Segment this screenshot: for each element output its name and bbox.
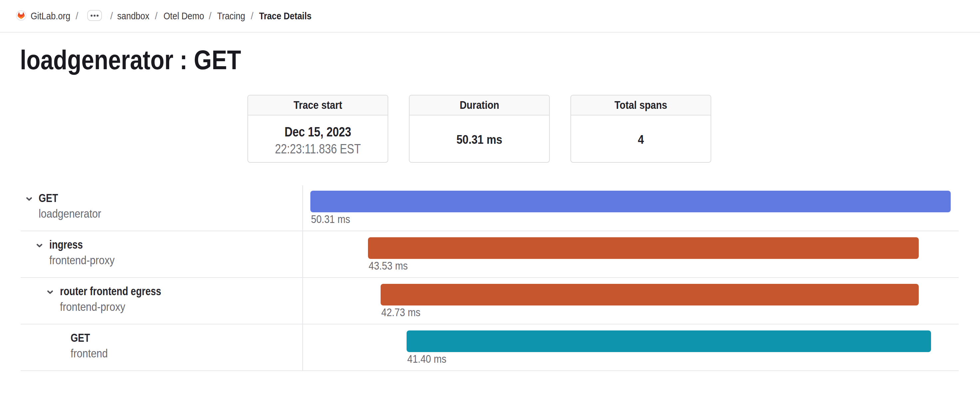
card-body: Dec 15, 2023 22:23:11.836 EST	[248, 116, 388, 163]
breadcrumb-group-link[interactable]: GitLab.org	[31, 10, 70, 22]
breadcrumb-bar: GitLab.org / / sandbox / Otel Demo / Tra…	[0, 0, 980, 33]
span-duration-label: 43.53 ms	[369, 259, 407, 272]
trace-start-card: Trace start Dec 15, 2023 22:23:11.836 ES…	[247, 95, 388, 163]
span-service: frontend	[71, 346, 108, 361]
span-duration-bar[interactable]	[380, 284, 919, 306]
gitlab-logo-avatar[interactable]	[16, 10, 26, 21]
span-operation: ingress	[49, 236, 110, 252]
span-meta: GET loadgenerator	[39, 190, 111, 221]
span-service: loadgenerator	[39, 206, 101, 221]
ellipsis-dot	[94, 15, 95, 17]
chevron-down-icon[interactable]	[47, 290, 53, 294]
breadcrumb-separator: /	[155, 10, 158, 22]
card-body: 50.31 ms	[410, 116, 549, 163]
trace-start-time: 22:23:11.836 EST	[263, 141, 373, 157]
span-waterfall: GET loadgenerator 50.31 ms ingress front…	[21, 185, 959, 371]
breadcrumb-item-trace-details: Trace Details	[259, 10, 311, 22]
card-header: Total spans	[571, 95, 711, 116]
card-header: Duration	[410, 95, 549, 116]
chevron-down-icon[interactable]	[26, 197, 32, 201]
breadcrumb-item-otel-demo[interactable]: Otel Demo	[164, 10, 204, 22]
span-operation: GET	[71, 330, 105, 346]
span-row[interactable]: ingress frontend-proxy 43.53 ms	[21, 231, 959, 278]
card-header-label: Duration	[460, 99, 499, 111]
page-title: loadgenerator : GET	[20, 44, 241, 76]
total-spans-card: Total spans 4	[570, 95, 711, 163]
span-service: frontend-proxy	[60, 299, 169, 314]
span-operation: router frontend egress	[60, 283, 161, 299]
span-meta: ingress frontend-proxy	[49, 236, 124, 268]
gitlab-tanuki-icon	[18, 12, 25, 19]
breadcrumb-item-tracing[interactable]: Tracing	[217, 10, 245, 22]
span-duration-bar[interactable]	[310, 191, 951, 212]
trace-summary-cards: Trace start Dec 15, 2023 22:23:11.836 ES…	[247, 95, 711, 163]
span-meta: GET frontend	[71, 330, 113, 361]
card-header: Trace start	[248, 95, 388, 116]
span-operation: GET	[39, 190, 97, 206]
span-service: frontend-proxy	[49, 252, 115, 268]
span-row[interactable]: GET loadgenerator 50.31 ms	[21, 185, 959, 231]
ellipsis-dot	[91, 15, 92, 17]
chevron-down-icon[interactable]	[37, 244, 42, 247]
span-duration-label: 50.31 ms	[311, 212, 350, 225]
card-body: 4	[571, 116, 711, 163]
span-duration-bar[interactable]	[368, 237, 919, 259]
span-row[interactable]: router frontend egress frontend-proxy 42…	[21, 278, 959, 324]
span-duration-label: 42.73 ms	[381, 306, 420, 319]
card-header-label: Trace start	[293, 99, 342, 111]
breadcrumb-separator: /	[110, 10, 113, 22]
span-duration-bar[interactable]	[407, 330, 931, 352]
breadcrumb-separator: /	[251, 10, 253, 22]
total-spans-value: 4	[578, 132, 704, 147]
breadcrumb-item-sandbox[interactable]: sandbox	[117, 10, 149, 22]
ellipsis-dot	[97, 15, 99, 17]
duration-card: Duration 50.31 ms	[409, 95, 550, 163]
card-header-label: Total spans	[614, 99, 667, 111]
span-duration-label: 41.40 ms	[407, 352, 446, 365]
trace-start-date: Dec 15, 2023	[261, 124, 375, 140]
breadcrumb-ellipsis-button[interactable]	[87, 10, 102, 21]
duration-value: 50.31 ms	[416, 132, 542, 147]
span-meta: router frontend egress frontend-proxy	[60, 283, 185, 314]
breadcrumb-separator: /	[76, 10, 78, 22]
span-row[interactable]: GET frontend 41.40 ms	[21, 324, 959, 371]
breadcrumb-separator: /	[209, 10, 212, 22]
